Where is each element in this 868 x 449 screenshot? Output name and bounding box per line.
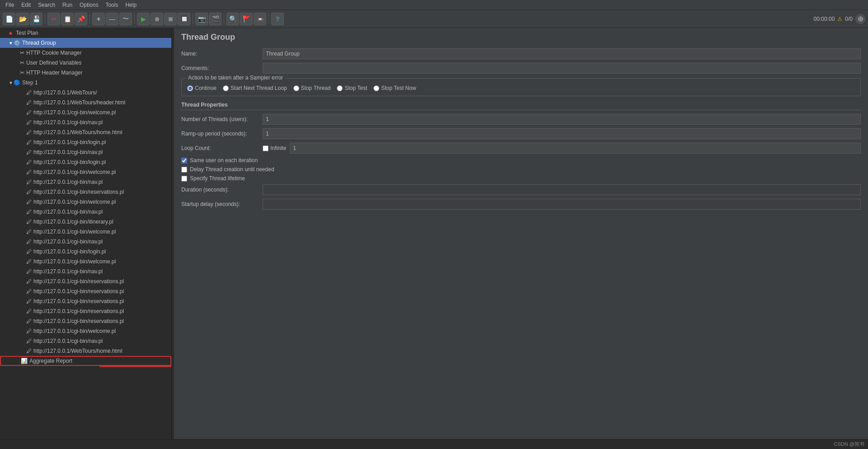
cut-button[interactable]: ✂ bbox=[47, 13, 60, 25]
record-button[interactable]: ⏺ bbox=[151, 13, 163, 25]
tree-label-url9: http://127.0.0.1/cgi-bin/welcome.pl bbox=[33, 169, 116, 175]
sidebar-item-url23[interactable]: 🖊http://127.0.0.1/cgi-bin/reservations.p… bbox=[0, 306, 171, 316]
sidebar-item-url27[interactable]: 🖊http://127.0.0.1/WebTours/home.html bbox=[0, 346, 171, 356]
loop-count-row: Loop Count: Infinite bbox=[181, 143, 861, 154]
same-user-checkbox[interactable] bbox=[181, 158, 187, 164]
action-radio-start-next-thread-loop[interactable]: Start Next Thread Loop bbox=[223, 85, 287, 91]
tape-button[interactable]: 📼 bbox=[254, 13, 266, 25]
paste-button[interactable]: 📌 bbox=[75, 13, 87, 25]
tree-icon-http-header: ✂ bbox=[20, 70, 24, 76]
sidebar-item-url16[interactable]: 🖊http://127.0.0.1/cgi-bin/nav.pl bbox=[0, 237, 171, 247]
startup-delay-input[interactable] bbox=[263, 199, 861, 210]
clear-button[interactable]: 〜 bbox=[119, 13, 132, 25]
tree-label-url4: http://127.0.0.1/cgi-bin/nav.pl bbox=[33, 119, 103, 126]
add-button[interactable]: + bbox=[92, 13, 105, 25]
loop-count-input[interactable] bbox=[290, 143, 861, 154]
sidebar-item-http-header[interactable]: ✂HTTP Header Manager bbox=[0, 68, 171, 78]
sidebar-item-url11[interactable]: 🖊http://127.0.0.1/cgi-bin/reservations.p… bbox=[0, 187, 171, 197]
sidebar-item-url3[interactable]: 🖊http://127.0.0.1/cgi-bin/welcome.pl bbox=[0, 108, 171, 117]
sidebar-item-url8[interactable]: 🖊http://127.0.0.1/cgi-bin/login.pl bbox=[0, 157, 171, 167]
panel-title: Thread Group bbox=[181, 33, 861, 42]
sidebar-item-test-plan[interactable]: 🔺Test Plan bbox=[0, 28, 171, 38]
specify-lifetime-checkbox[interactable] bbox=[181, 176, 187, 182]
action-radio-stop-test[interactable]: Stop Test bbox=[337, 85, 367, 91]
open-button[interactable]: 📂 bbox=[16, 13, 29, 25]
sidebar-item-url15[interactable]: 🖊http://127.0.0.1/cgi-bin/welcome.pl bbox=[0, 227, 171, 237]
menu-run[interactable]: Run bbox=[59, 1, 76, 9]
infinite-label: Infinite bbox=[270, 145, 286, 151]
sidebar-item-url7[interactable]: 🖊http://127.0.0.1/cgi-bin/nav.pl bbox=[0, 147, 171, 157]
sidebar-item-step1[interactable]: ▼🔵Step 1 bbox=[0, 78, 171, 88]
search-bar-button[interactable]: 🔍 bbox=[226, 13, 239, 25]
camera-button[interactable]: 📷 bbox=[195, 13, 208, 25]
sep3 bbox=[134, 14, 135, 24]
sidebar-item-url21[interactable]: 🖊http://127.0.0.1/cgi-bin/reservations.p… bbox=[0, 286, 171, 296]
sidebar-item-http-cookie[interactable]: ✂HTTP Cookie Manager bbox=[0, 48, 171, 58]
stop2-button[interactable]: 🔲 bbox=[178, 13, 190, 25]
sidebar-item-url13[interactable]: 🖊http://127.0.0.1/cgi-bin/nav.pl bbox=[0, 207, 171, 217]
duration-input[interactable] bbox=[263, 184, 861, 195]
menu-search[interactable]: Search bbox=[34, 1, 59, 9]
duration-label: Duration (seconds): bbox=[181, 187, 263, 193]
sidebar-item-url12[interactable]: 🖊http://127.0.0.1/cgi-bin/welcome.pl bbox=[0, 197, 171, 207]
tree-icon-url26: 🖊 bbox=[26, 338, 32, 344]
sidebar-item-url20[interactable]: 🖊http://127.0.0.1/cgi-bin/reservations.p… bbox=[0, 276, 171, 286]
tree-label-url5: http://127.0.0.1/WebTours/home.html bbox=[33, 129, 123, 136]
rampup-input[interactable] bbox=[263, 128, 861, 139]
sidebar-item-url14[interactable]: 🖊http://127.0.0.1/cgi-bin/itinerary.pl bbox=[0, 217, 171, 227]
sidebar-item-url18[interactable]: 🖊http://127.0.0.1/cgi-bin/welcome.pl bbox=[0, 257, 171, 267]
sidebar-item-url5[interactable]: 🖊http://127.0.0.1/WebTours/home.html bbox=[0, 127, 171, 137]
copy-button[interactable]: 📋 bbox=[61, 13, 74, 25]
start-button[interactable]: ▶ bbox=[137, 13, 150, 25]
menu-help[interactable]: Help bbox=[122, 1, 140, 9]
tree-icon-url21: 🖊 bbox=[26, 288, 32, 295]
menu-file[interactable]: File bbox=[2, 1, 18, 9]
sidebar-item-url9[interactable]: 🖊http://127.0.0.1/cgi-bin/welcome.pl bbox=[0, 167, 171, 177]
sidebar-item-url4[interactable]: 🖊http://127.0.0.1/cgi-bin/nav.pl bbox=[0, 117, 171, 127]
sidebar-item-user-defined[interactable]: ✂User Defined Variables bbox=[0, 58, 171, 68]
sidebar-item-thread-group[interactable]: ▼⚙️Thread Group bbox=[0, 38, 171, 48]
tree-toggle-thread-group[interactable]: ▼ bbox=[8, 41, 14, 46]
help-toolbar-button[interactable]: ? bbox=[271, 13, 284, 25]
stop-button[interactable]: ⏹ bbox=[164, 13, 177, 25]
sidebar-item-url24[interactable]: 🖊http://127.0.0.1/cgi-bin/reservations.p… bbox=[0, 316, 171, 326]
comments-input[interactable] bbox=[263, 63, 861, 74]
menu-options[interactable]: Options bbox=[76, 1, 102, 9]
tree-label-aggregate-report: Aggregate Report bbox=[29, 358, 72, 364]
remove-button[interactable]: — bbox=[106, 13, 118, 25]
tree-icon-url11: 🖊 bbox=[26, 189, 32, 195]
num-threads-input[interactable] bbox=[263, 114, 861, 125]
sidebar-item-url2[interactable]: 🖊http://127.0.0.1/WebTours/header.html bbox=[0, 98, 171, 108]
red-arrow-svg bbox=[99, 360, 172, 373]
tree-label-url15: http://127.0.0.1/cgi-bin/welcome.pl bbox=[33, 229, 116, 235]
comments-label: Comments: bbox=[181, 65, 263, 71]
sidebar-item-url22[interactable]: 🖊http://127.0.0.1/cgi-bin/reservations.p… bbox=[0, 296, 171, 306]
startup-delay-label: Startup delay (seconds): bbox=[181, 201, 263, 207]
sidebar-item-url17[interactable]: 🖊http://127.0.0.1/cgi-bin/login.pl bbox=[0, 247, 171, 257]
tree-toggle-step1[interactable]: ▼ bbox=[8, 80, 14, 85]
timer-display: 00:00:00 bbox=[814, 16, 835, 22]
action-radio-continue[interactable]: Continue bbox=[187, 85, 217, 91]
new-button[interactable]: 📄 bbox=[3, 13, 15, 25]
delay-thread-checkbox[interactable] bbox=[181, 167, 187, 173]
sidebar-item-url25[interactable]: 🖊http://127.0.0.1/cgi-bin/welcome.pl bbox=[0, 326, 171, 336]
sidebar-item-url10[interactable]: 🖊http://127.0.0.1/cgi-bin/nav.pl bbox=[0, 177, 171, 187]
infinite-checkbox[interactable] bbox=[263, 145, 269, 151]
tree-label-url8: http://127.0.0.1/cgi-bin/login.pl bbox=[33, 159, 106, 165]
menu-tools[interactable]: Tools bbox=[102, 1, 122, 9]
sidebar-item-url19[interactable]: 🖊http://127.0.0.1/cgi-bin/nav.pl bbox=[0, 267, 171, 276]
flag-button[interactable]: 🚩 bbox=[240, 13, 253, 25]
action-radio-stop-test-now[interactable]: Stop Test Now bbox=[373, 85, 416, 91]
action-radio-stop-thread[interactable]: Stop Thread bbox=[293, 85, 331, 91]
network-button[interactable]: ⊕ bbox=[855, 14, 865, 24]
sidebar-item-url6[interactable]: 🖊http://127.0.0.1/cgi-bin/login.pl bbox=[0, 137, 171, 147]
save-button[interactable]: 💾 bbox=[30, 13, 42, 25]
sidebar-item-url1[interactable]: 🖊http://127.0.0.1/WebTours/ bbox=[0, 88, 171, 98]
menu-edit[interactable]: Edit bbox=[18, 1, 34, 9]
tree-icon-url3: 🖊 bbox=[26, 109, 32, 116]
sidebar-item-url26[interactable]: 🖊http://127.0.0.1/cgi-bin/nav.pl bbox=[0, 336, 171, 346]
film-button[interactable]: 🎬 bbox=[209, 13, 222, 25]
tree-icon-url16: 🖊 bbox=[26, 239, 32, 245]
tree-icon-thread-group: ⚙️ bbox=[14, 40, 20, 46]
name-input[interactable] bbox=[263, 48, 861, 59]
